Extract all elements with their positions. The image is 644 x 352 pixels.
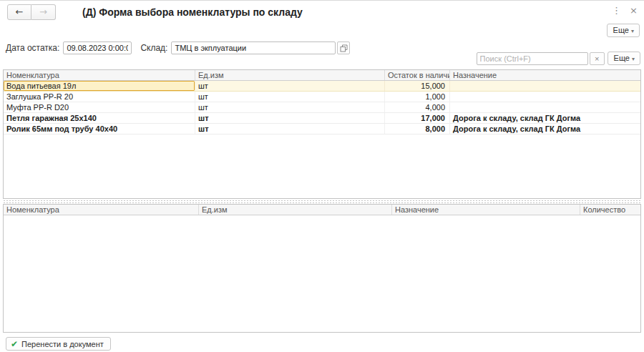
choose-from-list-icon	[340, 44, 348, 52]
transfer-button-label: Перенести в документ	[21, 340, 104, 348]
column-header-unit[interactable]: Ед.изм	[199, 205, 392, 215]
close-button[interactable]: ×	[630, 6, 638, 16]
cell-purpose[interactable]: Дорога к складу, склад ГК Догма	[450, 124, 640, 134]
column-header-nomenclature[interactable]: Номенклатура	[4, 205, 199, 215]
cell-unit[interactable]: шт	[195, 92, 385, 102]
warehouse-label: Склад:	[140, 43, 167, 53]
search-clear-button[interactable]: ×	[590, 52, 605, 65]
transfer-to-document-button[interactable]: ✔ Перенести в документ	[6, 337, 111, 351]
cell-stock[interactable]: 17,000	[385, 113, 450, 123]
chevron-down-icon: ▾	[631, 28, 634, 34]
cell-stock[interactable]: 4,000	[385, 102, 450, 112]
cell-unit[interactable]: шт	[195, 81, 385, 91]
cell-nomenclature[interactable]: Вода питьевая 19л	[4, 81, 195, 91]
page-title: (Д) Форма выбора номенклатуры по складу	[82, 6, 303, 18]
cell-unit[interactable]: шт	[195, 124, 385, 134]
stock-table: Номенклатура Ед.изм Остаток в наличии На…	[3, 69, 641, 199]
stock-table-header: Номенклатура Ед.изм Остаток в наличии На…	[4, 70, 640, 81]
cell-stock[interactable]: 15,000	[385, 81, 450, 91]
table-splitter-handle[interactable]	[3, 199, 641, 203]
filter-row: Дата остатка: Склад:	[6, 41, 350, 54]
column-header-nomenclature[interactable]: Номенклатура	[4, 70, 195, 80]
cell-nomenclature[interactable]: Заглушка PP-R 20	[4, 92, 195, 102]
warehouse-input[interactable]	[171, 41, 336, 54]
nomenclature-selection-form: ← → (Д) Форма выбора номенклатуры по скл…	[0, 0, 644, 352]
more-button-table-label: Еще	[614, 54, 630, 62]
green-check-icon: ✔	[11, 339, 18, 349]
column-header-stock[interactable]: Остаток в наличии	[385, 70, 450, 80]
column-header-quantity[interactable]: Количество	[580, 205, 640, 215]
cell-nomenclature[interactable]: Муфта PP-R D20	[4, 102, 195, 112]
cell-nomenclature[interactable]: Петля гаражная 25х140	[4, 113, 195, 123]
date-label: Дата остатка:	[6, 43, 59, 53]
close-icon: ×	[630, 5, 638, 16]
column-header-purpose[interactable]: Назначение	[450, 70, 640, 80]
clear-x-icon: ×	[595, 54, 599, 63]
cell-stock[interactable]: 8,000	[385, 124, 450, 134]
forward-arrow-icon: →	[39, 6, 47, 17]
kebab-menu-icon: ⋮	[612, 5, 621, 16]
back-arrow-icon: ←	[16, 6, 24, 17]
cell-purpose[interactable]: Дорога к складу, склад ГК Догма	[450, 113, 640, 123]
warehouse-picker-button[interactable]	[337, 41, 350, 54]
column-header-unit[interactable]: Ед.изм	[195, 70, 385, 80]
nav-history-group: ← →	[7, 4, 56, 20]
cell-purpose[interactable]	[450, 92, 640, 102]
search-row: × Еще▾	[477, 52, 640, 65]
search-input[interactable]	[477, 52, 588, 65]
cell-unit[interactable]: шт	[195, 113, 385, 123]
more-button-top-label: Еще	[613, 26, 629, 34]
forward-button[interactable]: →	[31, 4, 56, 20]
table-row[interactable]: Петля гаражная 25х140 шт 17,000 Дорога к…	[4, 113, 640, 124]
kebab-menu-button[interactable]: ⋮	[612, 6, 621, 16]
cell-unit[interactable]: шт	[195, 102, 385, 112]
table-row[interactable]: Заглушка PP-R 20 шт 1,000	[4, 92, 640, 102]
table-row[interactable]: Ролик 65мм под трубу 40х40 шт 8,000 Доро…	[4, 124, 640, 135]
cell-nomenclature[interactable]: Ролик 65мм под трубу 40х40	[4, 124, 195, 134]
date-input[interactable]	[63, 41, 132, 54]
table-row[interactable]: Муфта PP-R D20 шт 4,000	[4, 102, 640, 113]
selection-table: Номенклатура Ед.изм Назначение Количеств…	[3, 204, 641, 333]
selection-table-header: Номенклатура Ед.изм Назначение Количеств…	[4, 205, 640, 215]
more-button-top[interactable]: Еще▾	[607, 24, 640, 37]
back-button[interactable]: ←	[7, 4, 31, 20]
cell-stock[interactable]: 1,000	[385, 92, 450, 102]
table-row[interactable]: Вода питьевая 19л шт 15,000	[4, 81, 640, 92]
cell-purpose[interactable]	[450, 81, 640, 91]
cell-purpose[interactable]	[450, 102, 640, 112]
more-button-table[interactable]: Еще▾	[608, 52, 640, 65]
column-header-purpose[interactable]: Назначение	[392, 205, 580, 215]
chevron-down-icon: ▾	[632, 56, 635, 62]
